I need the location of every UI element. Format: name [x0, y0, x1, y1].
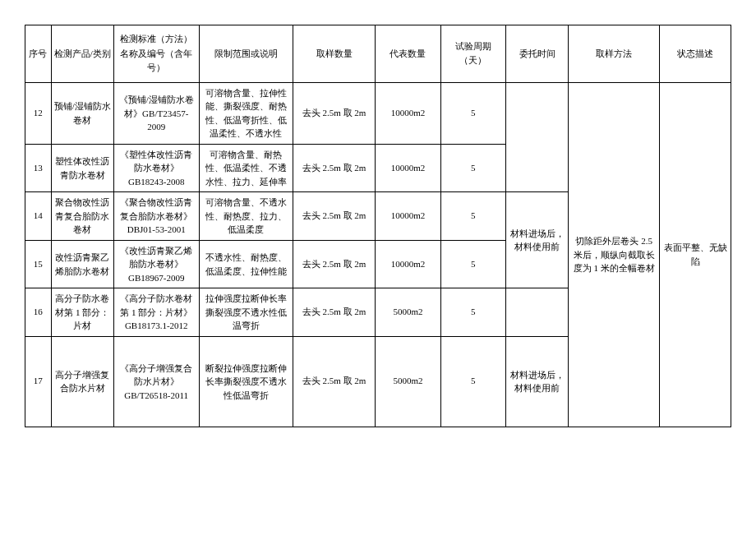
header-cycle: 试验周期（天） [440, 25, 505, 83]
cell-entrust-time: 材料进场后，材料使用前 [505, 336, 568, 427]
header-seq: 序号 [25, 25, 52, 83]
cell-standard: 《聚合物改性沥青复合胎防水卷材》DBJ01-53-2001 [113, 192, 199, 241]
cell-cycle: 5 [440, 288, 505, 337]
cell-cycle: 5 [440, 240, 505, 288]
cell-cycle: 5 [440, 192, 505, 241]
cell-entrust-blank [505, 288, 568, 337]
cell-standard: 《预铺/湿铺防水卷材》GB/T23457-2009 [113, 82, 199, 144]
cell-limit: 断裂拉伸强度拉断伸长率撕裂强度不透水性低温弯折 [199, 336, 293, 427]
cell-sample-qty: 去头 2.5m 取 2m [293, 336, 375, 427]
cell-standard: 《高分子防水卷材第 1 部分：片材》GB18173.1-2012 [113, 288, 199, 337]
cell-entrust-time: 材料进场后，材料使用前 [505, 192, 568, 288]
cell-method: 切除距外层卷头 2.5 米后，顺纵向截取长度为 1 米的全幅卷材 [569, 82, 660, 427]
header-status: 状态描述 [660, 25, 731, 83]
header-limit: 限制范围或说明 [199, 25, 293, 83]
cell-standard: 《塑性体改性沥青防水卷材》GB18243-2008 [113, 144, 199, 192]
cell-limit: 可溶物含量、拉伸性能、撕裂强度、耐热性、低温弯折性、低温柔性、不透水性 [199, 82, 293, 144]
cell-product: 改性沥青聚乙烯胎防水卷材 [51, 240, 113, 288]
header-rep-qty: 代表数量 [376, 25, 440, 83]
header-standard: 检测标准（方法）名称及编号（含年号） [113, 25, 199, 83]
cell-limit: 可溶物含量、耐热性、低温柔性、不透水性、拉力、延伸率 [199, 144, 293, 192]
cell-seq: 12 [25, 82, 52, 144]
cell-seq: 13 [25, 144, 52, 192]
table-header-row: 序号 检测产品/类别 检测标准（方法）名称及编号（含年号） 限制范围或说明 取样… [25, 25, 731, 83]
inspection-table: 序号 检测产品/类别 检测标准（方法）名称及编号（含年号） 限制范围或说明 取样… [25, 25, 731, 427]
cell-rep-qty: 10000m2 [376, 82, 440, 144]
cell-rep-qty: 5000m2 [376, 336, 440, 427]
cell-rep-qty: 10000m2 [376, 144, 440, 192]
cell-rep-qty: 10000m2 [376, 240, 440, 288]
cell-entrust-blank [505, 82, 568, 192]
cell-limit: 可溶物含量、不透水性、耐热度、拉力、低温柔度 [199, 192, 293, 241]
cell-seq: 14 [25, 192, 52, 241]
cell-product: 塑性体改性沥青防水卷材 [51, 144, 113, 192]
cell-rep-qty: 5000m2 [376, 288, 440, 337]
cell-limit: 不透水性、耐热度、低温柔度、拉伸性能 [199, 240, 293, 288]
cell-seq: 17 [25, 336, 52, 427]
cell-status: 表面平整、无缺陷 [660, 82, 731, 427]
header-method: 取样方法 [569, 25, 660, 83]
cell-cycle: 5 [440, 336, 505, 427]
cell-rep-qty: 10000m2 [376, 192, 440, 241]
cell-sample-qty: 去头 2.5m 取 2m [293, 144, 375, 192]
cell-standard: 《高分子增强复合防水片材》GB/T26518-2011 [113, 336, 199, 427]
cell-standard: 《改性沥青聚乙烯胎防水卷材》GB18967-2009 [113, 240, 199, 288]
cell-sample-qty: 去头 2.5m 取 2m [293, 82, 375, 144]
cell-seq: 16 [25, 288, 52, 337]
cell-sample-qty: 去头 2.5m 取 2m [293, 240, 375, 288]
cell-sample-qty: 去头 2.5m 取 2m [293, 288, 375, 337]
cell-product: 高分子增强复合防水片材 [51, 336, 113, 427]
cell-product: 聚合物改性沥青复合胎防水卷材 [51, 192, 113, 241]
cell-product: 预铺/湿铺防水卷材 [51, 82, 113, 144]
cell-seq: 15 [25, 240, 52, 288]
table-row: 12 预铺/湿铺防水卷材 《预铺/湿铺防水卷材》GB/T23457-2009 可… [25, 82, 731, 144]
header-product: 检测产品/类别 [51, 25, 113, 83]
cell-cycle: 5 [440, 82, 505, 144]
cell-cycle: 5 [440, 144, 505, 192]
cell-limit: 拉伸强度拉断伸长率撕裂强度不透水性低温弯折 [199, 288, 293, 337]
cell-product: 高分子防水卷材第 1 部分：片材 [51, 288, 113, 337]
header-sample-qty: 取样数量 [293, 25, 375, 83]
cell-sample-qty: 去头 2.5m 取 2m [293, 192, 375, 241]
header-entrust-time: 委托时间 [505, 25, 568, 83]
